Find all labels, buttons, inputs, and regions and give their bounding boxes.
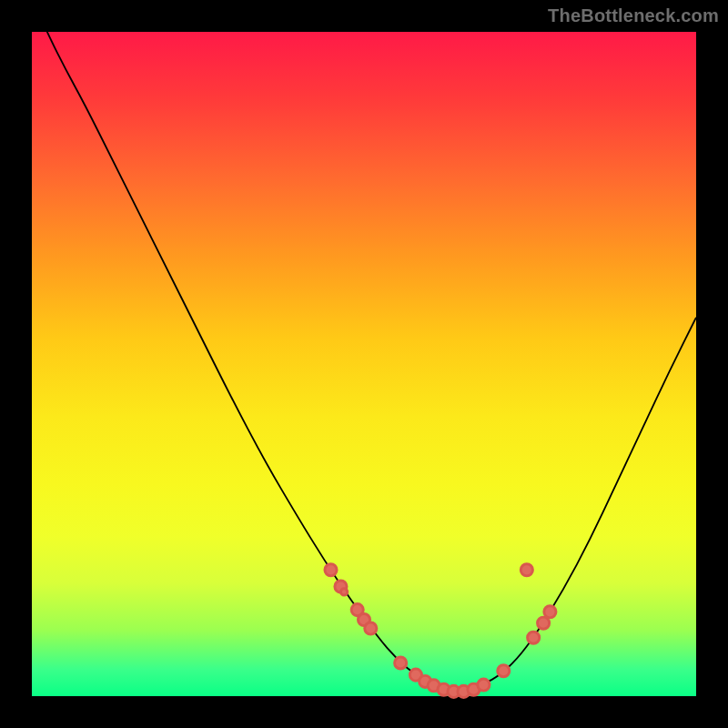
- data-points-group: [325, 564, 556, 698]
- data-point: [528, 632, 540, 643]
- bottleneck-curve: [32, 0, 696, 690]
- data-point: [478, 679, 490, 691]
- data-point: [521, 564, 532, 576]
- data-point: [325, 564, 337, 576]
- data-point: [538, 617, 550, 629]
- chart-frame: TheBottleneck.com: [0, 0, 728, 728]
- data-point: [498, 665, 510, 677]
- data-point: [340, 589, 347, 595]
- chart-plot-area: [32, 32, 696, 696]
- data-point: [544, 606, 556, 618]
- data-point: [365, 622, 377, 634]
- chart-svg: [32, 32, 696, 696]
- watermark-text: TheBottleneck.com: [548, 5, 719, 26]
- data-point: [395, 657, 407, 669]
